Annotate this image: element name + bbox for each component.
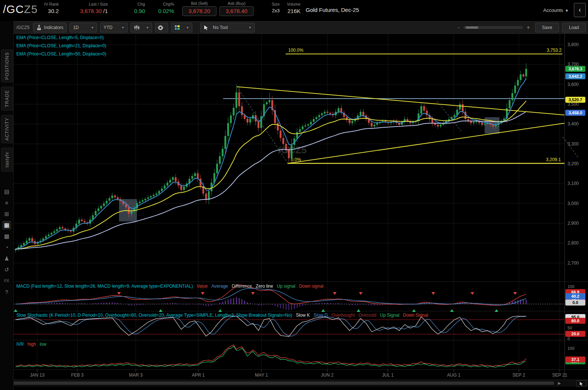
- up-signal-arrow: [450, 309, 454, 312]
- calendar-back-icon[interactable]: ↺: [2, 265, 11, 274]
- grid-layout-dropdown[interactable]: ▼: [171, 23, 192, 32]
- help-icon[interactable]: ?: [2, 288, 11, 297]
- down-signal-arrow: [513, 292, 517, 295]
- price-badge: 0.0: [565, 300, 585, 306]
- stochastic-legend: Slow Stochastic (K Period=10, D Period=1…: [16, 313, 432, 318]
- bid-button[interactable]: Bid (Sell) 3,678.20: [182, 1, 216, 16]
- chart-toolbar: /GCZ5 Indicators 1D▼ YTD▼ ▼ ▼ No Tool▼ -…: [13, 21, 588, 34]
- ema-study-labels: EMA (Price=CLOSE, Length=5, Displace=0)E…: [16, 33, 106, 58]
- svg-text:100.0%: 100.0%: [288, 48, 303, 53]
- svg-text:100: 100: [568, 284, 574, 289]
- zoom-out-button[interactable]: -: [457, 24, 459, 31]
- ema-label: EMA (Price=CLOSE, Length=21, Displace=0): [16, 42, 106, 50]
- chart-plot-area[interactable]: /GCZ5100.0%3,753.20.0%3,209.13,8003,7003…: [0, 0, 588, 390]
- chart-type-dropdown[interactable]: ▼: [131, 23, 152, 32]
- svg-text:80.0: 80.0: [571, 319, 579, 323]
- x-axis-label: SEP 2: [513, 373, 525, 378]
- sidebar-tab-positions[interactable]: POSITIONS: [1, 49, 13, 82]
- svg-text:0: 0: [568, 336, 570, 341]
- legend-item: low: [40, 342, 46, 347]
- x-axis-label: MAY 1: [255, 373, 268, 378]
- down-signal-arrow: [201, 292, 205, 295]
- indicators-button[interactable]: Indicators: [33, 23, 67, 32]
- legend-item: IVR: [16, 342, 24, 347]
- svg-text:100: 100: [568, 346, 574, 351]
- chart-settings-button[interactable]: [155, 23, 168, 32]
- legend-item: Up signal: [277, 284, 295, 289]
- y-axis-tick: 3,100: [568, 181, 579, 186]
- chevron-down-icon: ▼: [146, 26, 149, 29]
- down-signal-arrow: [359, 292, 363, 295]
- pointer-tool-button[interactable]: [576, 380, 587, 387]
- candlestick-chart-icon: [134, 25, 140, 30]
- flask-icon: [36, 25, 42, 30]
- cursor-icon: [204, 25, 208, 30]
- ema-label: EMA (Price=CLOSE, Length=5, Displace=0): [16, 33, 106, 42]
- community-icon[interactable]: ♟: [2, 254, 11, 263]
- watchlist-icon[interactable]: ≡: [2, 198, 11, 207]
- collapse-panel-button[interactable]: ‹: [574, 3, 586, 17]
- zoom-in-button[interactable]: +: [527, 24, 530, 31]
- y-axis-tick: 2,800: [568, 240, 579, 246]
- svg-text:20.0: 20.0: [571, 332, 579, 336]
- news-icon[interactable]: ▤: [2, 187, 11, 196]
- save-button[interactable]: Save: [535, 23, 559, 32]
- zoom-slider-thumb[interactable]: [466, 26, 478, 29]
- zoom-slider[interactable]: [463, 26, 523, 29]
- cursor-icon: [579, 382, 583, 386]
- ivr-panel: [16, 345, 526, 367]
- highlight-box[interactable]: [485, 117, 499, 134]
- sidebar-tab-trade[interactable]: TRADE: [1, 87, 13, 111]
- x-axis-label: JUN 2: [321, 373, 334, 378]
- pattern-dashed-line: [563, 137, 579, 158]
- up-signal-arrow: [159, 309, 163, 312]
- legend-item: Value: [197, 284, 208, 289]
- scrollbar-thumb[interactable]: [8, 381, 554, 385]
- timeframe-dropdown[interactable]: 1D▼: [70, 23, 97, 32]
- y-axis-tick: 3,400: [568, 121, 579, 127]
- x-axis-label: APR 1: [192, 373, 205, 378]
- sidebar-tab-tastyfx[interactable]: tastyfx: [1, 148, 13, 172]
- candles: [15, 63, 527, 252]
- drawing-tool-dropdown[interactable]: No Tool▼: [200, 23, 255, 32]
- chg-pct-field: Chg% 0.02%: [149, 2, 174, 14]
- svg-text:0.0: 0.0: [572, 300, 578, 305]
- tv-icon[interactable]: ⊞: [2, 210, 11, 218]
- legend-item: Difference: [232, 284, 252, 289]
- x-axis-label: JUL 1: [382, 373, 394, 378]
- up-signal-arrow: [495, 309, 498, 312]
- size-field: Size 2x3: [265, 2, 280, 13]
- down-signal-arrow: [251, 292, 255, 295]
- svg-text:3,678.3: 3,678.3: [569, 67, 582, 71]
- fx-icon[interactable]: FX: [2, 276, 11, 285]
- legend-item: Up Signal: [380, 313, 399, 318]
- price-badge: 20.0: [565, 331, 585, 337]
- load-button[interactable]: Load: [562, 23, 586, 32]
- up-signal-arrow: [321, 309, 325, 312]
- scroll-right-button[interactable]: ▶: [556, 381, 562, 386]
- toolbar-symbol: /GCZ5: [16, 25, 29, 30]
- chevron-down-icon: ▼: [91, 26, 94, 29]
- up-signal-arrow: [218, 309, 222, 312]
- chart-icon[interactable]: ▦: [2, 221, 11, 230]
- quote-header: /GCZ5 IV Rank 30.2 Last / Size 3,678.30 …: [0, 0, 588, 21]
- ascending-support[interactable]: [288, 123, 565, 163]
- price-badge: 3,642.2: [565, 73, 585, 79]
- down-signal-arrow: [431, 292, 435, 295]
- grid-icon: [174, 25, 180, 30]
- history-icon[interactable]: ◔: [2, 243, 11, 252]
- dashboard-icon[interactable]: ▩: [2, 232, 11, 241]
- svg-text:3,209.1: 3,209.1: [546, 157, 561, 162]
- legend-item: Oversold: [359, 313, 376, 318]
- sidebar-tab-activity[interactable]: ACTIVITY: [1, 115, 13, 143]
- instrument-title: Gold Futures, Dec-25: [306, 7, 359, 13]
- legend-item: Slow Stochastic (K Period=10, D Period=1…: [16, 313, 292, 318]
- ema-label: EMA (Price=CLOSE, Length=50, Displace=0): [16, 50, 106, 58]
- range-dropdown[interactable]: YTD▼: [100, 23, 128, 32]
- price-badge: 3,458.0: [565, 110, 585, 116]
- ask-button[interactable]: Ask (Buy) 3,678.40: [219, 1, 254, 16]
- horizontal-scrollbar[interactable]: ◀ ▶: [0, 380, 588, 387]
- legend-item: Down signal: [299, 284, 323, 289]
- accounts-dropdown[interactable]: Accounts▼: [543, 7, 569, 13]
- x-axis-label: AUG 1: [447, 373, 460, 378]
